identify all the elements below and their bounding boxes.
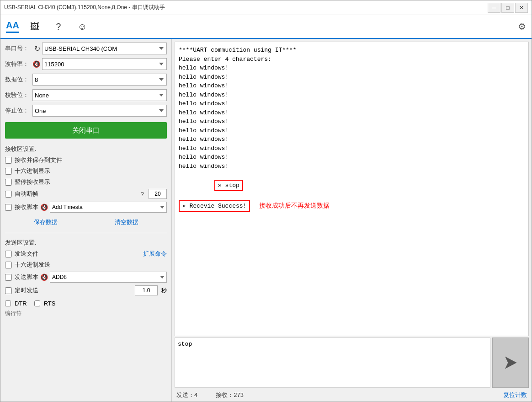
receive-line-13: hello windows! — [179, 162, 525, 171]
dtr-label[interactable]: DTR — [15, 300, 27, 307]
hex-display-row: 十六进制显示 — [5, 167, 167, 175]
receive-line-7: hello windows! — [179, 108, 525, 118]
auto-break-label[interactable]: 自动断帧 — [15, 190, 38, 198]
red-note: 接收成功后不再发送数据 — [259, 201, 330, 211]
reset-count-link[interactable]: 复位计数 — [503, 391, 527, 399]
receive-script-row: 接收脚本 🔇 Add Timesta — [5, 202, 167, 213]
receive-label: 接收： — [216, 391, 234, 398]
timer-send-label[interactable]: 定时发送 — [15, 286, 38, 295]
font-size-button[interactable]: AA — [6, 20, 19, 33]
baud-select[interactable]: 115200 9600 38400 57600 230400 — [42, 58, 167, 70]
hex-send-checkbox[interactable] — [5, 262, 12, 268]
divider — [5, 233, 167, 233]
data-bits-select[interactable]: 8 5 6 7 — [32, 74, 167, 86]
hex-send-row: 十六进制发送 — [5, 261, 167, 269]
send-script-checkbox[interactable] — [5, 274, 12, 281]
clear-data-link[interactable]: 清空数据 — [115, 218, 138, 226]
save-file-row: 接收并保存到文件 — [5, 156, 167, 164]
receive-script-label[interactable]: 接收脚本 — [15, 203, 38, 211]
hex-display-checkbox[interactable] — [5, 168, 12, 175]
send-file-label[interactable]: 发送文件 — [15, 250, 38, 258]
rts-label[interactable]: RTS — [44, 300, 56, 307]
baud-mic-icon: 🔇 — [32, 60, 40, 68]
timer-send-row: 定时发送 秒 — [5, 285, 167, 295]
title-bar: USB-SERIAL CH340 (COM3),115200,None,8,On… — [0, 0, 532, 15]
stop-bits-row: 停止位： One OnePointFive Two — [5, 105, 167, 117]
receive-line-6: hello windows! — [179, 99, 525, 108]
help-button[interactable]: ? — [50, 18, 67, 35]
expand-cmd-link[interactable]: 扩展命令 — [143, 250, 167, 258]
rts-checkbox[interactable] — [34, 300, 40, 306]
port-row: 串口号： ↻ USB-SERIAL CH340 (COM — [5, 43, 167, 54]
send-file-checkbox[interactable] — [5, 251, 12, 257]
dtr-rts-row: DTR RTS — [5, 300, 167, 307]
send-label: 发送： — [176, 391, 194, 398]
send-script-mic-icon: 🔇 — [40, 273, 48, 281]
maximize-button[interactable]: □ — [501, 3, 514, 13]
stop-bits-select[interactable]: One OnePointFive Two — [32, 105, 167, 117]
send-icon — [501, 354, 520, 372]
receive-count: 273 — [234, 391, 244, 398]
close-button[interactable]: ✕ — [515, 3, 528, 13]
emoji-button[interactable]: ☺ — [74, 18, 90, 35]
save-file-checkbox[interactable] — [5, 157, 12, 164]
send-button[interactable] — [492, 338, 529, 388]
send-textarea[interactable]: stop — [175, 338, 490, 388]
open-port-button[interactable]: 关闭串口 — [5, 122, 167, 139]
data-bits-label: 数据位： — [5, 75, 32, 84]
auto-break-value-input[interactable] — [149, 189, 167, 199]
dtr-checkbox[interactable] — [5, 300, 11, 306]
receive-line-10: hello windows! — [179, 135, 525, 144]
send-script-label[interactable]: 发送脚本 — [15, 273, 38, 281]
parity-select[interactable]: None Odd Even — [32, 89, 167, 101]
send-count: 4 — [194, 391, 197, 398]
settings-button[interactable]: ⚙ — [518, 21, 526, 32]
receive-line-5: hello windows! — [179, 91, 525, 100]
pause-display-label[interactable]: 暂停接收显示 — [15, 178, 50, 186]
timer-unit-label: 秒 — [161, 287, 167, 295]
right-panel: ****UART commucition using IT**** Please… — [172, 39, 532, 402]
receive-section-title: 接收区设置. — [5, 145, 167, 153]
receive-line-3: hello windows! — [179, 73, 525, 82]
auto-break-checkbox[interactable] — [5, 191, 12, 198]
refresh-icon[interactable]: ↻ — [34, 44, 40, 53]
timer-send-checkbox[interactable] — [5, 287, 12, 294]
parity-label: 校验位： — [5, 91, 32, 99]
send-script-select[interactable]: ADD8 — [50, 272, 167, 283]
pause-display-checkbox[interactable] — [5, 179, 12, 186]
auto-break-row: 自动断帧 ? — [5, 189, 167, 199]
svg-marker-0 — [505, 356, 517, 369]
bottom-label: 编行符 — [5, 310, 21, 317]
receive-script-checkbox[interactable] — [5, 204, 12, 211]
main-window: USB-SERIAL CH340 (COM3),115200,None,8,On… — [0, 0, 532, 402]
receive-action-links: 保存数据 清空数据 — [5, 218, 167, 226]
save-file-label[interactable]: 接收并保存到文件 — [15, 156, 62, 164]
image-button[interactable]: 🖼 — [27, 18, 43, 35]
stop-bits-label: 停止位： — [5, 107, 32, 115]
bottom-row: 编行符 — [5, 310, 167, 317]
save-data-link[interactable]: 保存数据 — [34, 218, 58, 226]
receive-line-12: hello windows! — [179, 153, 525, 162]
toolbar: AA 🖼 ? ☺ ⚙ — [0, 15, 532, 39]
minimize-button[interactable]: ─ — [488, 3, 500, 13]
recv-script-mic-icon: 🔇 — [40, 204, 48, 211]
port-select[interactable]: USB-SERIAL CH340 (COM — [42, 43, 167, 54]
baud-rate-row: 波特率： 🔇 115200 9600 38400 57600 230400 — [5, 58, 167, 70]
main-content: 串口号： ↻ USB-SERIAL CH340 (COM 波特率： 🔇 1152… — [0, 39, 532, 402]
hex-send-label[interactable]: 十六进制发送 — [15, 261, 50, 269]
receive-area[interactable]: ****UART commucition using IT**** Please… — [175, 42, 529, 336]
receive-count-item: 接收：273 — [216, 391, 244, 399]
send-area-container: stop — [175, 338, 529, 388]
receive-line-2: hello windows! — [179, 64, 525, 73]
data-bits-row: 数据位： 8 5 6 7 — [5, 74, 167, 86]
pause-display-row: 暂停接收显示 — [5, 178, 167, 186]
left-panel: 串口号： ↻ USB-SERIAL CH340 (COM 波特率： 🔇 1152… — [0, 39, 172, 402]
receive-line-0: ****UART commucition using IT**** — [179, 46, 525, 55]
receive-script-select[interactable]: Add Timesta — [50, 202, 167, 213]
send-file-row: 发送文件 扩展命令 — [5, 250, 167, 258]
send-count-item: 发送：4 — [176, 391, 197, 399]
hex-display-label[interactable]: 十六进制显示 — [15, 167, 50, 175]
title-bar-buttons: ─ □ ✕ — [488, 3, 528, 13]
parity-row: 校验位： None Odd Even — [5, 89, 167, 101]
timer-value-input[interactable] — [135, 285, 158, 295]
